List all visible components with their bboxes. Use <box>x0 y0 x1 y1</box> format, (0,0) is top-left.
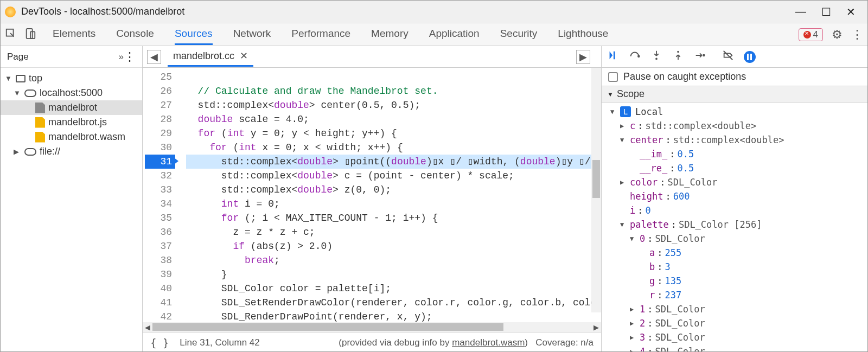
var-color: SDL_Color <box>667 175 717 189</box>
var-pal0-g: 135 <box>665 274 682 288</box>
tree-host[interactable]: ▼localhost:5000 <box>1 86 142 100</box>
nav-next-button[interactable]: ▶ <box>576 50 590 64</box>
pause-on-caught-label: Pause on caught exceptions <box>623 71 746 82</box>
js-file-icon <box>35 117 45 128</box>
var-center: std::complex<double> <box>673 133 784 147</box>
editor-status-bar: { } Line 31, Column 42 (provided via deb… <box>143 332 601 352</box>
coverage-label: Coverage: n/a <box>535 337 593 348</box>
sources-sidebar: Page » ⋮ ▼top ▼localhost:5000 mandelbrot… <box>1 46 143 352</box>
tree-file-mandelbrot-js[interactable]: mandelbrot.js <box>1 115 142 130</box>
cursor-position: Line 31, Column 42 <box>180 337 259 348</box>
tab-console[interactable]: Console <box>116 24 154 45</box>
sidebar-page-label[interactable]: Page <box>7 52 117 62</box>
tab-security[interactable]: Security <box>500 24 538 45</box>
wasm-file-icon <box>35 132 45 143</box>
tab-memory[interactable]: Memory <box>371 24 409 45</box>
more-icon[interactable]: ⋮ <box>851 28 863 42</box>
scope-label: Scope <box>617 88 644 100</box>
var-pal0: SDL_Color <box>655 232 705 246</box>
local-label: Local <box>635 105 663 119</box>
svg-point-4 <box>655 58 658 60</box>
file-icon <box>35 103 45 113</box>
tree-host-label: localhost:5000 <box>40 87 103 99</box>
tab-network[interactable]: Network <box>233 24 271 45</box>
step-icon[interactable] <box>694 49 706 64</box>
pause-on-caught-row[interactable]: Pause on caught exceptions <box>602 68 867 86</box>
tab-application[interactable]: Application <box>429 24 480 45</box>
tab-elements[interactable]: Elements <box>53 24 95 45</box>
step-into-icon[interactable] <box>650 49 662 64</box>
close-window-button[interactable]: ✕ <box>846 5 856 18</box>
window-title: DevTools - localhost:5000/mandelbrot <box>21 6 795 17</box>
debug-info-prefix: (provided via debug info by <box>339 337 452 348</box>
tree-file-mandelbrot-wasm[interactable]: mandelbrot.wasm <box>1 130 142 144</box>
var-pal3: SDL_Color <box>655 330 705 344</box>
scope-tree[interactable]: ▼LLocal ▶c: std::complex<double> ▼center… <box>602 103 867 352</box>
var-height: 600 <box>673 189 690 203</box>
tab-performance[interactable]: Performance <box>291 24 350 45</box>
sidebar-menu-icon[interactable]: ⋮ <box>124 50 136 64</box>
cloud-icon <box>24 148 36 156</box>
tab-sources[interactable]: Sources <box>175 24 213 45</box>
file-tab-mandelbrot-cc[interactable]: mandelbrot.cc ✕ <box>168 47 253 67</box>
local-badge-icon: L <box>620 106 631 117</box>
devtools-favicon <box>5 7 16 17</box>
window-titlebar: DevTools - localhost:5000/mandelbrot — ☐… <box>1 1 867 23</box>
step-out-icon[interactable] <box>672 49 684 64</box>
var-height-key: height <box>630 189 663 203</box>
tree-file-mandelbrot[interactable]: mandelbrot <box>1 100 142 115</box>
pretty-print-icon[interactable]: { } <box>150 337 169 349</box>
debug-info-link[interactable]: mandelbrot.wasm <box>452 337 525 348</box>
maximize-button[interactable]: ☐ <box>821 5 831 18</box>
var-pal4: SDL_Color <box>655 344 705 352</box>
horizontal-scrollbar[interactable]: ◀▶ <box>143 322 601 332</box>
var-c: std::complex<double> <box>646 119 757 133</box>
inspect-icon[interactable] <box>5 28 17 42</box>
step-over-icon[interactable] <box>629 49 641 64</box>
pause-on-exceptions-icon[interactable] <box>744 51 756 63</box>
tree-top[interactable]: ▼top <box>1 71 142 86</box>
settings-icon[interactable]: ⚙ <box>832 28 843 42</box>
sidebar-more-icon[interactable]: » <box>119 52 124 62</box>
var-i: 0 <box>646 203 651 217</box>
svg-point-3 <box>638 55 640 57</box>
minimize-button[interactable]: — <box>795 5 806 18</box>
cloud-icon <box>24 89 36 97</box>
error-counter[interactable]: 4 <box>799 28 823 41</box>
devtools-tabbar: Elements Console Sources Network Perform… <box>1 23 867 46</box>
var-pal1: SDL_Color <box>655 302 705 316</box>
deactivate-breakpoints-icon[interactable] <box>722 49 734 64</box>
var-pal2: SDL_Color <box>655 316 705 330</box>
tree-file-scheme[interactable]: ▶file:// <box>1 144 142 159</box>
var-center-im: 0.5 <box>677 147 694 161</box>
var-pal0-b: 3 <box>665 260 671 274</box>
error-count-value: 4 <box>813 29 818 40</box>
debugger-pane: Pause on caught exceptions ▼Scope ▼LLoca… <box>602 46 867 352</box>
var-pal0-a: 255 <box>665 246 682 260</box>
tree-file-label: mandelbrot <box>48 102 97 113</box>
debug-info-suffix: ) <box>525 337 528 348</box>
close-tab-icon[interactable]: ✕ <box>240 50 248 62</box>
resume-icon[interactable] <box>607 49 619 64</box>
pause-on-caught-checkbox[interactable] <box>608 72 618 82</box>
window-icon <box>16 75 25 82</box>
device-toggle-icon[interactable] <box>24 28 36 42</box>
svg-point-5 <box>677 51 679 53</box>
editor-pane: ◀ mandelbrot.cc ✕ ▶ 25262728293031323334… <box>143 46 602 352</box>
tree-top-label: top <box>29 73 42 84</box>
tree-file-label: mandelbrot.wasm <box>48 131 125 143</box>
code-editor[interactable]: 2526272829303132333435363738394041424344… <box>143 68 601 322</box>
tab-lighthouse[interactable]: Lighthouse <box>558 24 608 45</box>
scope-section-header[interactable]: ▼Scope <box>602 86 867 103</box>
nav-prev-button[interactable]: ◀ <box>147 50 161 64</box>
tree-file-scheme-label: file:// <box>40 146 60 157</box>
var-i-key: i <box>630 203 635 217</box>
var-palette: SDL_Color [256] <box>679 217 762 232</box>
vertical-scrollbar[interactable] <box>591 68 601 312</box>
var-pal0-r: 237 <box>665 288 682 302</box>
error-icon <box>803 31 811 39</box>
tree-file-label: mandelbrot.js <box>48 117 107 128</box>
var-center-re: 0.5 <box>677 161 694 175</box>
svg-rect-1 <box>27 28 33 38</box>
file-tab-label: mandelbrot.cc <box>173 50 234 62</box>
